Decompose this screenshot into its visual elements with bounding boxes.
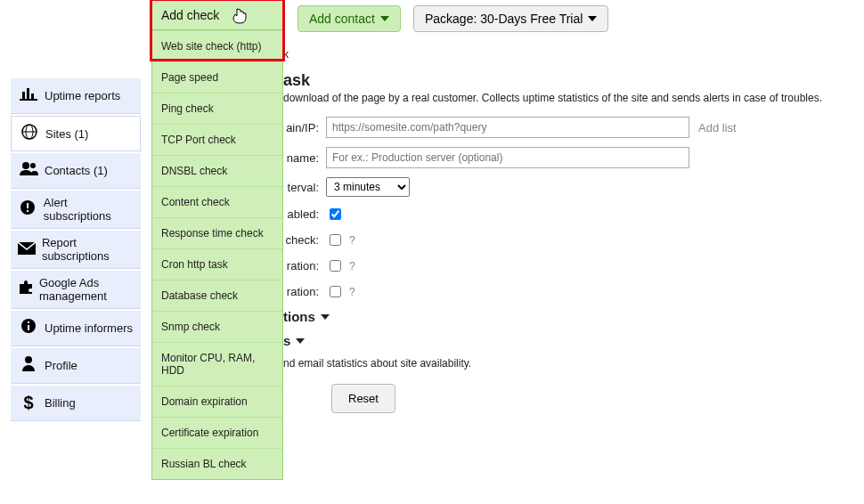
sidebar-item-label: Contacts (1) xyxy=(45,164,108,177)
chevron-down-icon xyxy=(588,16,597,21)
sidebar-item-contacts[interactable]: Contacts (1) xyxy=(11,153,141,189)
interval-select[interactable]: 3 minutes xyxy=(326,177,410,197)
domain-expiration-checkbox[interactable] xyxy=(330,286,341,297)
users-icon xyxy=(18,161,39,180)
dropdown-item-website-check[interactable]: Web site check (http) xyxy=(152,30,282,61)
alert-icon xyxy=(18,199,38,220)
interval-label: terval: xyxy=(283,181,319,194)
main-content: Add contact Package: 30-Days Free Trial … xyxy=(144,0,864,504)
dropdown-item-content-check[interactable]: Content check xyxy=(152,186,282,217)
add-check-dropdown: Add check Web site check (http) Page spe… xyxy=(151,0,283,480)
dropdown-item-certificate-expiration[interactable]: Certificate expiration xyxy=(152,417,282,448)
svg-rect-11 xyxy=(27,210,29,212)
dropdown-item-russian-bl-check[interactable]: Russian BL check xyxy=(152,448,282,479)
page-title: ask xyxy=(283,71,855,90)
contacts-description: nd email statistics about site availabil… xyxy=(283,357,855,370)
sidebar-item-label: Uptime reports xyxy=(45,89,120,102)
sidebar-item-label: Alert subscriptions xyxy=(44,196,134,223)
help-icon[interactable]: ? xyxy=(349,286,355,298)
svg-point-16 xyxy=(25,356,32,363)
bar-chart-icon xyxy=(18,86,39,105)
domain-expiration-label: ration: xyxy=(283,285,319,298)
help-icon[interactable]: ? xyxy=(349,234,355,247)
name-label: name: xyxy=(283,151,319,165)
section-contacts[interactable]: s xyxy=(283,333,855,348)
dropdown-item-tcp-port-check[interactable]: TCP Port check xyxy=(152,124,282,155)
dropdown-item-ping-check[interactable]: Ping check xyxy=(152,93,282,124)
reset-button[interactable]: Reset xyxy=(331,384,395,413)
svg-rect-15 xyxy=(28,321,29,323)
dropdown-item-dnsbl-check[interactable]: DNSBL check xyxy=(152,155,282,186)
cert-expiration-label: ration: xyxy=(283,259,319,272)
sidebar-item-label: Report subscriptions xyxy=(42,236,134,263)
button-label: Add contact xyxy=(309,12,375,26)
sidebar-item-label: Billing xyxy=(45,396,76,410)
name-input[interactable] xyxy=(326,147,689,168)
sidebar: Uptime reports Sites (1) Contacts (1) Al… xyxy=(0,0,144,504)
dropdown-item-database-check[interactable]: Database check xyxy=(152,280,282,311)
svg-rect-1 xyxy=(22,92,25,99)
dropdown-item-snmp-check[interactable]: Snmp check xyxy=(152,311,282,342)
sidebar-item-label: Profile xyxy=(45,359,77,372)
back-link[interactable]: k xyxy=(283,48,855,61)
sidebar-item-label: Sites (1) xyxy=(45,127,88,141)
puzzle-icon xyxy=(18,280,34,300)
svg-rect-10 xyxy=(27,203,29,208)
chevron-down-icon xyxy=(296,338,305,344)
sidebar-item-sites[interactable]: Sites (1) xyxy=(11,116,141,151)
svg-point-7 xyxy=(22,162,29,169)
dropdown-item-cron-http-task[interactable]: Cron http task xyxy=(152,248,282,280)
sidebar-item-billing[interactable]: $ Billing xyxy=(11,386,141,421)
dropdown-item-response-time-check[interactable]: Response time check xyxy=(152,217,282,248)
sidebar-item-label: Uptime informers xyxy=(45,321,133,335)
dropdown-item-page-speed[interactable]: Page speed xyxy=(152,61,282,93)
globe-icon xyxy=(19,124,40,144)
button-label: Add check xyxy=(161,8,219,22)
button-label: Package: 30-Days Free Trial xyxy=(425,12,583,26)
enabled-checkbox[interactable] xyxy=(330,208,341,220)
svg-rect-0 xyxy=(20,99,37,101)
sidebar-item-label: Google Ads management xyxy=(39,276,134,303)
enabled-label: abled: xyxy=(283,207,319,221)
domain-label: ain/IP: xyxy=(283,121,319,134)
chevron-down-icon xyxy=(380,16,389,21)
envelope-icon xyxy=(18,240,37,259)
sidebar-item-uptime-informers[interactable]: Uptime informers xyxy=(11,311,141,346)
domain-input[interactable] xyxy=(326,117,689,138)
add-list-link[interactable]: Add list xyxy=(698,121,737,134)
svg-rect-14 xyxy=(28,325,29,330)
dropdown-item-monitor-cpu-ram-hdd[interactable]: Monitor CPU, RAM, HDD xyxy=(152,342,282,386)
form-area: k ask download of the page by a real cus… xyxy=(283,7,864,427)
cert-expiration-checkbox[interactable] xyxy=(330,260,341,272)
svg-rect-2 xyxy=(27,88,29,99)
sidebar-item-profile[interactable]: Profile xyxy=(11,348,141,384)
section-label: tions xyxy=(283,309,315,324)
package-button[interactable]: Package: 30-Days Free Trial xyxy=(413,5,608,32)
content-check-label: check: xyxy=(283,233,319,247)
svg-point-8 xyxy=(30,163,36,168)
add-check-button[interactable]: Add check xyxy=(152,1,282,30)
sidebar-item-report-subscriptions[interactable]: Report subscriptions xyxy=(11,231,141,269)
section-options[interactable]: tions xyxy=(283,309,855,324)
sidebar-item-alert-subscriptions[interactable]: Alert subscriptions xyxy=(11,191,141,229)
person-icon xyxy=(18,355,39,376)
chevron-down-icon xyxy=(321,314,330,320)
sidebar-item-uptime-reports[interactable]: Uptime reports xyxy=(11,78,141,114)
content-check-checkbox[interactable] xyxy=(330,234,341,246)
svg-rect-3 xyxy=(31,93,34,99)
help-icon[interactable]: ? xyxy=(349,260,355,272)
dollar-icon: $ xyxy=(18,393,39,413)
dropdown-item-domain-expiration[interactable]: Domain expiration xyxy=(152,386,282,417)
page-description: download of the page by a real customer.… xyxy=(283,92,855,104)
section-label: s xyxy=(283,333,290,348)
add-contact-button[interactable]: Add contact xyxy=(298,5,401,32)
sidebar-item-google-ads[interactable]: Google Ads management xyxy=(11,271,141,309)
info-icon xyxy=(18,318,39,338)
